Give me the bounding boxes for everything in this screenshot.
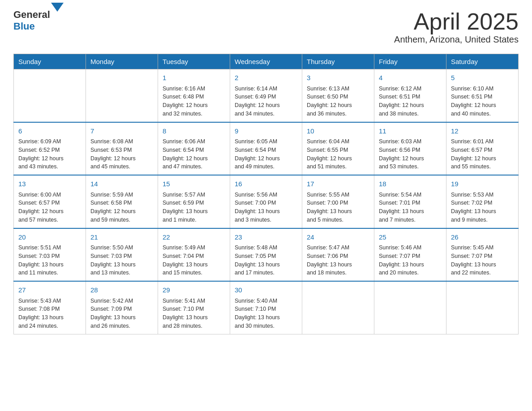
day-number: 1 xyxy=(163,73,225,83)
day-info: Sunrise: 6:04 AM Sunset: 6:55 PM Dayligh… xyxy=(307,137,369,171)
day-info: Sunrise: 5:55 AM Sunset: 7:00 PM Dayligh… xyxy=(307,191,369,224)
day-info: Sunrise: 5:48 AM Sunset: 7:05 PM Dayligh… xyxy=(235,244,297,277)
day-number: 11 xyxy=(379,126,442,137)
calendar-cell: 18Sunrise: 5:54 AM Sunset: 7:01 PM Dayli… xyxy=(374,175,446,228)
day-info: Sunrise: 6:16 AM Sunset: 6:48 PM Dayligh… xyxy=(163,85,225,118)
day-number: 13 xyxy=(18,179,81,189)
calendar-header-friday: Friday xyxy=(374,54,446,69)
day-info: Sunrise: 6:06 AM Sunset: 6:54 PM Dayligh… xyxy=(163,137,225,171)
calendar-cell: 9Sunrise: 6:05 AM Sunset: 6:54 PM Daylig… xyxy=(230,122,302,176)
week-row-5: 27Sunrise: 5:43 AM Sunset: 7:08 PM Dayli… xyxy=(14,281,519,334)
calendar-cell: 3Sunrise: 6:13 AM Sunset: 6:50 PM Daylig… xyxy=(302,69,374,122)
calendar-header-row: SundayMondayTuesdayWednesdayThursdayFrid… xyxy=(14,54,519,69)
week-row-4: 20Sunrise: 5:51 AM Sunset: 7:03 PM Dayli… xyxy=(14,228,519,282)
calendar-cell xyxy=(86,69,158,122)
logo-text-blue: Blue xyxy=(13,21,35,32)
day-info: Sunrise: 5:43 AM Sunset: 7:08 PM Dayligh… xyxy=(18,297,81,330)
day-number: 12 xyxy=(451,126,514,137)
day-number: 26 xyxy=(451,232,514,243)
calendar-cell: 27Sunrise: 5:43 AM Sunset: 7:08 PM Dayli… xyxy=(14,281,86,334)
day-number: 21 xyxy=(90,232,153,243)
day-info: Sunrise: 5:41 AM Sunset: 7:10 PM Dayligh… xyxy=(163,297,225,330)
calendar-header-sunday: Sunday xyxy=(14,54,86,69)
location-subtitle: Anthem, Arizona, United States xyxy=(394,34,519,45)
day-number: 10 xyxy=(307,126,369,137)
day-number: 30 xyxy=(235,285,297,295)
calendar-cell: 28Sunrise: 5:42 AM Sunset: 7:09 PM Dayli… xyxy=(86,281,158,334)
day-info: Sunrise: 6:00 AM Sunset: 6:57 PM Dayligh… xyxy=(18,191,81,224)
calendar-cell: 29Sunrise: 5:41 AM Sunset: 7:10 PM Dayli… xyxy=(158,281,230,334)
calendar-cell: 21Sunrise: 5:50 AM Sunset: 7:03 PM Dayli… xyxy=(86,228,158,282)
day-number: 3 xyxy=(307,73,369,83)
month-title: April 2025 xyxy=(394,9,519,34)
day-info: Sunrise: 6:03 AM Sunset: 6:56 PM Dayligh… xyxy=(379,137,442,171)
day-info: Sunrise: 5:49 AM Sunset: 7:04 PM Dayligh… xyxy=(163,244,225,277)
calendar-cell: 10Sunrise: 6:04 AM Sunset: 6:55 PM Dayli… xyxy=(302,122,374,176)
day-info: Sunrise: 5:46 AM Sunset: 7:07 PM Dayligh… xyxy=(379,244,442,277)
calendar-cell: 24Sunrise: 5:47 AM Sunset: 7:06 PM Dayli… xyxy=(302,228,374,282)
calendar-cell: 14Sunrise: 5:59 AM Sunset: 6:58 PM Dayli… xyxy=(86,175,158,228)
calendar-cell xyxy=(374,281,446,334)
day-number: 15 xyxy=(163,179,225,189)
day-info: Sunrise: 5:51 AM Sunset: 7:03 PM Dayligh… xyxy=(18,244,81,277)
calendar-cell: 26Sunrise: 5:45 AM Sunset: 7:07 PM Dayli… xyxy=(446,228,519,282)
calendar-header-wednesday: Wednesday xyxy=(230,54,302,69)
calendar-cell: 7Sunrise: 6:08 AM Sunset: 6:53 PM Daylig… xyxy=(86,122,158,176)
calendar-cell: 22Sunrise: 5:49 AM Sunset: 7:04 PM Dayli… xyxy=(158,228,230,282)
calendar-header-monday: Monday xyxy=(86,54,158,69)
week-row-2: 6Sunrise: 6:09 AM Sunset: 6:52 PM Daylig… xyxy=(14,122,519,176)
calendar-cell: 19Sunrise: 5:53 AM Sunset: 7:02 PM Dayli… xyxy=(446,175,519,228)
day-number: 8 xyxy=(163,126,225,137)
day-info: Sunrise: 5:47 AM Sunset: 7:06 PM Dayligh… xyxy=(307,244,369,277)
day-info: Sunrise: 5:56 AM Sunset: 7:00 PM Dayligh… xyxy=(235,191,297,224)
title-area: April 2025 Anthem, Arizona, United State… xyxy=(394,9,519,45)
day-info: Sunrise: 6:01 AM Sunset: 6:57 PM Dayligh… xyxy=(451,137,514,171)
day-number: 20 xyxy=(18,232,81,243)
calendar-header-tuesday: Tuesday xyxy=(158,54,230,69)
logo-triangle-icon xyxy=(51,3,64,19)
day-info: Sunrise: 6:14 AM Sunset: 6:49 PM Dayligh… xyxy=(235,85,297,118)
day-number: 23 xyxy=(235,232,297,243)
day-info: Sunrise: 6:12 AM Sunset: 6:51 PM Dayligh… xyxy=(379,85,442,118)
day-number: 9 xyxy=(235,126,297,137)
calendar-cell: 20Sunrise: 5:51 AM Sunset: 7:03 PM Dayli… xyxy=(14,228,86,282)
day-number: 24 xyxy=(307,232,369,243)
calendar-cell: 11Sunrise: 6:03 AM Sunset: 6:56 PM Dayli… xyxy=(374,122,446,176)
day-info: Sunrise: 5:59 AM Sunset: 6:58 PM Dayligh… xyxy=(90,191,153,224)
day-number: 18 xyxy=(379,179,442,189)
calendar-header-saturday: Saturday xyxy=(446,54,519,69)
calendar-cell: 8Sunrise: 6:06 AM Sunset: 6:54 PM Daylig… xyxy=(158,122,230,176)
day-number: 5 xyxy=(451,73,514,83)
day-info: Sunrise: 5:45 AM Sunset: 7:07 PM Dayligh… xyxy=(451,244,514,277)
day-number: 6 xyxy=(18,126,81,137)
calendar-cell: 15Sunrise: 5:57 AM Sunset: 6:59 PM Dayli… xyxy=(158,175,230,228)
day-number: 16 xyxy=(235,179,297,189)
calendar-cell: 2Sunrise: 6:14 AM Sunset: 6:49 PM Daylig… xyxy=(230,69,302,122)
calendar-cell: 23Sunrise: 5:48 AM Sunset: 7:05 PM Dayli… xyxy=(230,228,302,282)
calendar-cell: 5Sunrise: 6:10 AM Sunset: 6:51 PM Daylig… xyxy=(446,69,519,122)
day-number: 4 xyxy=(379,73,442,83)
day-number: 28 xyxy=(90,285,153,295)
day-number: 22 xyxy=(163,232,225,243)
calendar-cell: 1Sunrise: 6:16 AM Sunset: 6:48 PM Daylig… xyxy=(158,69,230,122)
day-number: 29 xyxy=(163,285,225,295)
day-number: 14 xyxy=(90,179,153,189)
day-info: Sunrise: 6:05 AM Sunset: 6:54 PM Dayligh… xyxy=(235,137,297,171)
day-number: 17 xyxy=(307,179,369,189)
day-info: Sunrise: 5:40 AM Sunset: 7:10 PM Dayligh… xyxy=(235,297,297,330)
calendar-cell: 13Sunrise: 6:00 AM Sunset: 6:57 PM Dayli… xyxy=(14,175,86,228)
calendar-table: SundayMondayTuesdayWednesdayThursdayFrid… xyxy=(13,54,519,334)
day-info: Sunrise: 5:57 AM Sunset: 6:59 PM Dayligh… xyxy=(163,191,225,224)
day-number: 27 xyxy=(18,285,81,295)
logo-text-general: General xyxy=(13,9,50,20)
day-info: Sunrise: 5:53 AM Sunset: 7:02 PM Dayligh… xyxy=(451,191,514,224)
day-info: Sunrise: 5:54 AM Sunset: 7:01 PM Dayligh… xyxy=(379,191,442,224)
calendar-cell: 30Sunrise: 5:40 AM Sunset: 7:10 PM Dayli… xyxy=(230,281,302,334)
calendar-cell: 16Sunrise: 5:56 AM Sunset: 7:00 PM Dayli… xyxy=(230,175,302,228)
logo: General Blue xyxy=(13,9,64,32)
day-info: Sunrise: 6:10 AM Sunset: 6:51 PM Dayligh… xyxy=(451,85,514,118)
day-number: 2 xyxy=(235,73,297,83)
page-header: General Blue April 2025 Anthem, Arizona,… xyxy=(13,9,519,45)
calendar-cell: 12Sunrise: 6:01 AM Sunset: 6:57 PM Dayli… xyxy=(446,122,519,176)
calendar-cell: 25Sunrise: 5:46 AM Sunset: 7:07 PM Dayli… xyxy=(374,228,446,282)
